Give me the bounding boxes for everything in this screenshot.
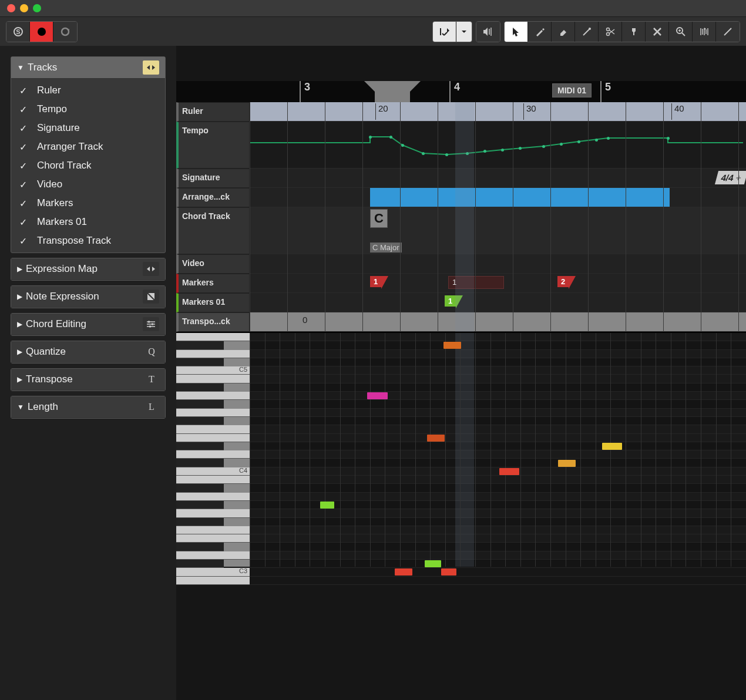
piano-key[interactable]	[176, 341, 224, 349]
markers-track-header[interactable]: Markers	[176, 274, 250, 293]
markers-lane[interactable]: 112	[250, 274, 746, 293]
midi-note[interactable]	[499, 468, 519, 475]
track-visibility-item[interactable]: ✓Tempo	[11, 100, 165, 119]
piano-key[interactable]	[176, 358, 224, 366]
tempo-point[interactable]	[389, 136, 392, 139]
signature-lane[interactable]: 4/4 +	[250, 169, 746, 188]
bar-ruler[interactable]: 345MIDI 01	[176, 81, 746, 102]
piano-key[interactable]	[176, 484, 224, 492]
track-visibility-item[interactable]: ✓Transpose Track	[11, 231, 165, 250]
tempo-point[interactable]	[607, 137, 610, 140]
piano-key[interactable]	[176, 459, 224, 467]
piano-key[interactable]: C4	[176, 467, 250, 476]
midi-note[interactable]	[558, 460, 576, 467]
snap-button[interactable]	[433, 22, 456, 42]
glue-tool[interactable]	[622, 22, 646, 42]
snap-menu-button[interactable]	[456, 22, 472, 42]
piano-key[interactable]	[176, 425, 250, 433]
bypass-icon[interactable]	[143, 60, 159, 75]
piano-key[interactable]	[176, 534, 250, 543]
piano-key[interactable]	[176, 476, 250, 484]
close-button[interactable]	[7, 4, 15, 12]
piano-key[interactable]	[176, 417, 224, 425]
arranger-block[interactable]	[370, 188, 670, 207]
piano-key[interactable]	[176, 409, 250, 417]
tempo-track-header[interactable]: Tempo	[176, 122, 250, 169]
piano-key[interactable]: C5	[176, 366, 250, 375]
tempo-point[interactable]	[483, 150, 486, 153]
loop-button[interactable]	[53, 22, 77, 42]
tempo-point[interactable]	[542, 145, 545, 148]
piano-keyboard[interactable]: C5C4C3	[176, 333, 250, 567]
marker[interactable]: 2	[557, 276, 569, 287]
tempo-point[interactable]	[501, 149, 504, 152]
midi-note[interactable]	[443, 342, 461, 349]
midi-note[interactable]	[441, 568, 456, 576]
track-visibility-item[interactable]: ✓Ruler	[11, 81, 165, 100]
tempo-point[interactable]	[577, 140, 580, 143]
sliders-icon[interactable]	[143, 317, 159, 331]
section-header[interactable]: ▶Chord Editing	[11, 314, 165, 335]
marker[interactable]: 1	[445, 295, 456, 307]
arranger-track-header[interactable]: Arrange...ck	[176, 188, 250, 207]
piano-key[interactable]	[176, 543, 224, 551]
solo-button[interactable]: S	[6, 22, 30, 42]
tempo-lane[interactable]	[250, 122, 746, 169]
draw-tool[interactable]	[528, 22, 552, 42]
mute-tool[interactable]	[646, 22, 669, 42]
audition-button[interactable]	[476, 22, 500, 42]
midi-note[interactable]	[367, 392, 388, 399]
tempo-point[interactable]	[560, 143, 563, 146]
tracks-panel-header[interactable]: ▼Tracks	[11, 57, 165, 79]
track-visibility-item[interactable]: ✓Markers	[11, 194, 165, 213]
ruler-track-header[interactable]: Ruler	[176, 102, 250, 122]
section-header[interactable]: ▶TransposeT	[11, 369, 165, 391]
markers01-track-header[interactable]: Markers 01	[176, 293, 250, 312]
piano-key[interactable]: C3	[176, 568, 250, 576]
tempo-point[interactable]	[466, 152, 469, 155]
piano-key[interactable]	[176, 400, 224, 408]
ruler-lane[interactable]: 203040	[250, 102, 746, 122]
scale-event[interactable]: C Major	[370, 243, 402, 253]
piano-key[interactable]	[176, 434, 250, 442]
track-visibility-item[interactable]: ✓Markers 01	[11, 213, 165, 231]
piano-key[interactable]	[176, 375, 250, 383]
piano-key[interactable]	[176, 551, 250, 560]
tempo-point[interactable]	[422, 152, 425, 155]
minimize-button[interactable]	[20, 4, 28, 12]
note-grid[interactable]	[250, 333, 746, 567]
signature-flag[interactable]: 4/4 +	[715, 171, 746, 184]
tempo-point[interactable]	[445, 153, 448, 156]
transpose-track-header[interactable]: Transpo...ck	[176, 312, 250, 332]
tempo-point[interactable]	[667, 137, 670, 140]
tempo-point[interactable]	[401, 144, 404, 147]
warp-tool[interactable]	[693, 22, 716, 42]
track-visibility-item[interactable]: ✓Arranger Track	[11, 137, 165, 156]
midi-note[interactable]	[320, 502, 334, 509]
note-expression-icon[interactable]	[143, 290, 159, 304]
piano-key[interactable]	[176, 509, 250, 517]
locator-range[interactable]	[375, 81, 410, 102]
piano-key[interactable]	[176, 383, 224, 392]
scissors-tool[interactable]	[599, 22, 622, 42]
chord-lane[interactable]: C C Major	[250, 207, 746, 254]
piano-key[interactable]	[176, 501, 224, 509]
piano-key[interactable]	[176, 493, 250, 501]
track-visibility-item[interactable]: ✓Signature	[11, 119, 165, 137]
signature-track-header[interactable]: Signature	[176, 169, 250, 188]
piano-key[interactable]	[176, 392, 250, 400]
piano-key[interactable]	[176, 350, 250, 358]
record-button[interactable]	[30, 22, 53, 42]
markers01-lane[interactable]: 1	[250, 293, 746, 312]
line-tool[interactable]	[716, 22, 740, 42]
clip-name-label[interactable]: MIDI 01	[552, 83, 592, 97]
chord-event[interactable]: C	[370, 209, 388, 228]
track-visibility-item[interactable]: ✓Chord Track	[11, 156, 165, 175]
midi-note[interactable]	[427, 435, 445, 442]
midi-note[interactable]	[425, 560, 441, 567]
bypass-icon[interactable]	[143, 262, 159, 276]
marker[interactable]: 1	[370, 276, 381, 287]
section-header[interactable]: ▶Expression Map	[11, 258, 165, 280]
piano-key[interactable]	[176, 526, 250, 534]
midi-note[interactable]	[602, 443, 622, 450]
